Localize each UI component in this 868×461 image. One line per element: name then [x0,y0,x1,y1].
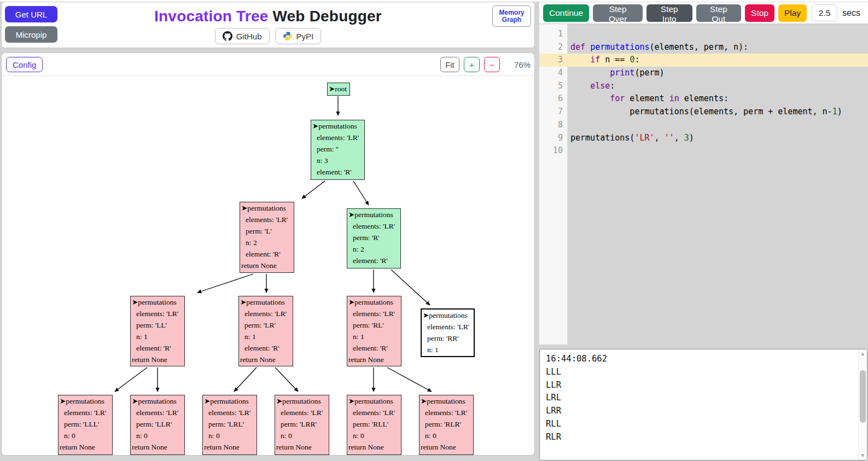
tree-node-field: n: 1 [132,331,183,342]
line-number: 5 [539,80,568,93]
github-label: GitHub [236,32,262,41]
code-line: 1 [539,28,868,41]
tree-node-current[interactable]: ➤permutationselements: 'LR'perm: 'RR'n: … [421,308,475,357]
delay-unit-label: secs [842,8,860,18]
tree-node-field: element: 'R' [348,342,400,354]
step-over-button[interactable]: Step Over [593,4,643,22]
code-line: 9permutations('LR', '', 3) [539,132,868,145]
pypi-label: PyPI [296,32,314,41]
tree-node[interactable]: ➤permutationselements: 'LR'perm: 'LLL'n:… [58,395,113,455]
tree-node-field: n: 1 [348,331,400,342]
tree-node-return: return None [276,441,328,453]
tree-node-field: element: 'R' [312,166,363,178]
tree-node-field: elements: 'LR' [348,308,400,319]
invocation-tree-panel: Config Fit + − 76% ➤root➤permutationsele… [1,52,535,456]
tree-node-field: n: 0 [276,430,328,441]
tree-node[interactable]: ➤permutationselements: 'LR'perm: 'LRL'n:… [202,395,257,455]
tree-node-field: elements: 'LR' [348,407,400,418]
tree-node[interactable]: ➤permutationselements: 'LR'perm: 'LLR'n:… [130,395,185,455]
line-number: 10 [539,144,568,157]
console-line: 16:44:08.662 [546,353,858,366]
zoom-in-button[interactable]: + [464,57,480,72]
tree-node-field: elements: 'LR' [276,407,328,418]
code-text [568,144,868,157]
console-line: RLL [546,418,858,431]
tree-node-title: ➤permutations [312,120,363,132]
scrollbar-down-icon[interactable]: ▼ [859,453,867,458]
tree-node[interactable]: ➤permutationselements: 'LR'perm: 'R'n: 2… [347,208,401,269]
debug-toolbar: Continue Step Over Step Into Step Out St… [539,2,868,24]
scrollbar-up-icon[interactable]: ▲ [859,351,867,357]
delay-seconds-input[interactable] [812,4,837,21]
tree-node[interactable]: ➤permutationselements: 'LR'perm: 'L'n: 2… [240,202,294,273]
tree-node-field: perm: 'R' [348,232,399,243]
memory-graph-label-1: Memory [499,9,524,16]
tree-node[interactable]: ➤permutationselements: 'LR'perm: 'RLL'n:… [347,395,401,455]
tree-node-field: n: 0 [132,430,183,441]
code-editor[interactable]: 12def permutations(elements, perm, n):3 … [539,24,868,345]
zoom-out-button[interactable]: − [484,57,500,72]
tree-node-title: ➤permutations [348,209,399,220]
tree-canvas[interactable]: ➤root➤permutationselements: 'LR'perm: ''… [2,76,534,456]
line-number: 9 [539,132,568,145]
scrollbar-thumb[interactable] [860,370,866,423]
memory-graph-label-2: Graph [502,16,521,24]
line-number: 7 [539,106,568,119]
tree-node-field: perm: 'RLR' [421,418,472,430]
tree-node[interactable]: ➤permutationselements: 'LR'perm: 'LL'n: … [130,296,185,366]
console-line: RLR [546,431,858,444]
continue-button[interactable]: Continue [543,4,589,22]
tree-node-field: element: 'R' [240,342,292,354]
tree-node-field: perm: 'RL' [348,319,400,331]
tree-node[interactable]: ➤permutationselements: 'LR'perm: 'RL'n: … [347,296,401,366]
pypi-button[interactable]: PyPI [275,28,322,44]
tree-node-return: return None [60,441,111,453]
tree-node-field: perm: 'RLL' [348,418,400,430]
tree-node-title: ➤root [329,83,348,95]
tree-node-field: n: 0 [204,430,255,441]
tree-node-return: return None [240,354,292,365]
page-title: Invocation Tree Web Debugger [2,8,534,25]
console-output[interactable]: 16:44:08.662LLLLLRLRLLRRRLLRLR [540,349,858,460]
tree-node-field: element: 'R' [241,248,293,260]
tree-node-field: perm: 'LL' [132,319,183,331]
stop-button[interactable]: Stop [745,4,774,22]
tree-node[interactable]: ➤permutationselements: 'LR'perm: ''n: 3e… [311,120,365,180]
tree-node-title: ➤permutations [240,296,292,308]
code-line: 3 if n == 0: [539,54,868,67]
tree-node-title: ➤permutations [60,395,111,407]
tree-node[interactable]: ➤root [327,83,350,96]
github-button[interactable]: GitHub [215,28,270,44]
fit-button[interactable]: Fit [440,57,459,72]
step-out-button[interactable]: Step Out [696,4,742,22]
code-line: 2def permutations(elements, perm, n): [539,41,868,54]
console-line: LLR [546,379,858,392]
tree-node-title: ➤permutations [276,395,328,407]
tree-node-title: ➤permutations [241,202,293,214]
play-button[interactable]: Play [778,4,807,22]
code-text: if n == 0: [568,54,868,67]
config-button[interactable]: Config [6,57,43,72]
tree-node-return: return None [204,441,255,453]
tree-node-return: return None [132,354,183,365]
code-text [568,28,868,41]
tree-node[interactable]: ➤permutationselements: 'LR'perm: 'LR'n: … [238,296,293,366]
github-icon [223,31,232,41]
tree-node-field: n: 0 [421,430,472,441]
tree-node-field: elements: 'LR' [132,407,183,418]
tree-node-return: return None [421,441,472,453]
tree-node-field: n: 1 [423,344,473,355]
tree-node[interactable]: ➤permutationselements: 'LR'perm: 'RLR'n:… [419,395,474,455]
output-console: 16:44:08.662LLLLLRLRLLRRRLLRLR ▲ ▼ [539,349,867,460]
code-text: for element in elements: [568,92,868,106]
python-icon [283,31,293,41]
page-title-rest: Web Debugger [268,8,381,25]
console-scrollbar[interactable]: ▲ ▼ [858,349,867,460]
code-line: 6 for element in elements: [539,92,868,106]
tree-node-field: elements: 'LR' [423,321,473,332]
tree-node-field: elements: 'LR' [132,308,183,319]
memory-graph-button[interactable]: Memory Graph [492,5,531,27]
step-into-button[interactable]: Step Into [646,4,692,22]
console-line: LRR [546,405,858,418]
tree-node[interactable]: ➤permutationselements: 'LR'perm: 'LRR'n:… [275,395,329,455]
